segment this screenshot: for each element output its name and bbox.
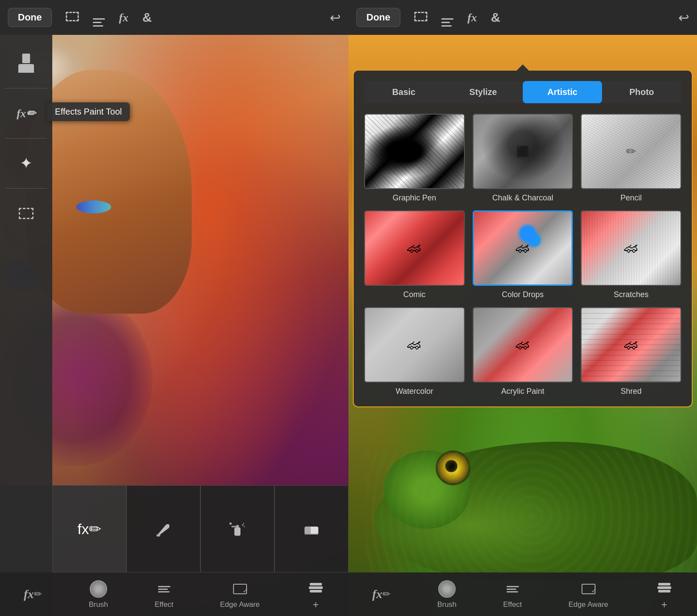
right-bottom-bar-layers[interactable]: + [655,578,674,611]
tab-stylize[interactable]: Stylize [443,81,523,103]
filter-color-drops[interactable]: Color Drops [473,210,573,299]
right-bottom-bar-fx[interactable]: fx✏ [372,585,391,604]
chameleon-scales [366,450,697,581]
bottom-bar-layers[interactable]: + [306,578,325,611]
tab-photo[interactable]: Photo [602,81,681,103]
filter-scratches[interactable]: Scratches [581,210,681,299]
left-bottom-bar: fx✏ Brush Effect [0,572,348,616]
adjustments-icon[interactable] [93,9,105,27]
bottom-tools-right: fx✏ [52,485,348,572]
right-done-button[interactable]: Done [356,8,400,27]
right-effect-lines-icon [503,579,522,599]
right-brush-circle-icon [437,579,457,599]
filter-chalk-charcoal[interactable]: Chalk & Charcoal [473,114,573,203]
left-done-button[interactable]: Done [8,8,52,27]
filter-label-watercolor: Watercolor [396,387,433,396]
selection-icon[interactable] [66,10,79,24]
tool-cell-brush[interactable] [126,485,200,572]
filter-label-acrylic: Acrylic Paint [501,387,544,396]
filter-thumb-acrylic [473,307,573,382]
right-image-area: Basic Stylize Artistic Photo Graphic Pen [348,35,697,616]
filter-thumb-scratches [581,210,681,286]
bottom-bar-brush[interactable]: Brush [89,579,108,609]
filter-graphic-pen[interactable]: Graphic Pen [364,114,465,203]
filter-label-chalk: Chalk & Charcoal [492,193,553,203]
filter-label-graphic-pen: Graphic Pen [392,193,436,203]
right-bottom-bar-effect[interactable]: Effect [503,579,522,609]
right-toolbar: Done fx & ↩ [348,0,697,35]
undo-button[interactable]: ↩ [330,10,341,25]
fx-icon[interactable]: fx [119,10,129,24]
filter-label-color-drops: Color Drops [502,290,544,299]
filter-label-comic: Comic [403,290,426,299]
filter-thumb-color-drops [473,210,573,286]
filter-label-pencil: Pencil [620,193,642,203]
filter-acrylic-paint[interactable]: Acrylic Paint [473,307,573,396]
filter-grid: Graphic Pen Chalk & Charcoal Pencil [364,114,681,396]
effect-lines-icon [155,579,174,599]
magic-wand-tool[interactable]: ✦ [4,144,48,183]
eye-highlight [76,200,111,213]
stamp-tool[interactable] [4,44,48,83]
marquee-tool[interactable] [4,194,48,233]
right-layers-icon [655,578,674,597]
tab-basic[interactable]: Basic [364,81,443,103]
svg-point-4 [230,522,232,525]
filter-thumb-chalk [473,114,573,189]
bottom-tools-panel: fx✏ [0,485,348,572]
left-panel: Done fx & ↩ [0,0,348,616]
svg-rect-3 [231,526,236,528]
right-ampersand-icon[interactable]: & [491,10,501,25]
filter-thumb-shred [581,307,681,382]
right-bottom-bar: fx✏ Brush Effect [348,572,697,616]
left-image-area: fx✏ ✦ Effects Paint Tool [0,35,348,616]
filter-pencil[interactable]: Pencil [581,114,681,203]
bottom-bar-edge-aware[interactable]: Edge Aware [220,579,260,609]
filter-thumb-graphic-pen [364,114,465,189]
svg-rect-9 [305,527,311,535]
filter-thumb-watercolor [364,307,465,382]
filter-shred[interactable]: Shred [581,307,681,396]
fx-brush-tool[interactable]: fx✏ [4,94,48,133]
left-toolbar: Done fx & ↩ [0,0,348,35]
right-edge-aware-icon [579,579,598,599]
right-bottom-bar-brush[interactable]: Brush [437,579,457,609]
right-adjustments-icon[interactable] [441,9,453,27]
right-selection-icon[interactable] [414,10,427,24]
filter-modal: Basic Stylize Artistic Photo Graphic Pen [353,70,693,407]
modal-arrow [517,64,529,71]
svg-rect-0 [156,534,160,536]
filter-watercolor[interactable]: Watercolor [364,307,465,396]
left-sidebar: fx✏ ✦ [0,35,52,616]
right-bottom-bar-edge-aware[interactable]: Edge Aware [568,579,608,609]
tab-artistic[interactable]: Artistic [523,81,602,103]
filter-comic[interactable]: Comic [364,210,465,299]
tool-cell-spray[interactable] [200,485,274,572]
sidebar-divider-2 [5,138,47,139]
svg-point-7 [243,523,244,524]
effects-paint-popup: Effects Paint Tool [47,102,130,121]
tool-cell-fx-brush[interactable]: fx✏ [52,485,126,572]
filter-tabs: Basic Stylize Artistic Photo [364,81,681,103]
brush-circle-icon [89,579,108,599]
filter-label-shred: Shred [621,387,642,396]
layers-icon [306,578,325,597]
color-drops-selection [520,226,535,241]
fx-brush-icon: fx✏ [23,585,42,604]
bottom-bar-effect[interactable]: Effect [155,579,174,609]
right-fx-icon[interactable]: fx [467,10,477,24]
bottom-bar-fx[interactable]: fx✏ [23,585,42,604]
svg-rect-2 [236,525,239,528]
sidebar-divider-3 [5,188,47,189]
ampersand-icon[interactable]: & [142,10,152,25]
right-fx-brush-icon: fx✏ [372,585,391,604]
tool-cell-eraser[interactable] [274,485,348,572]
right-undo-button[interactable]: ↩ [678,10,689,25]
right-panel: Done fx & ↩ [348,0,697,616]
edge-aware-icon [230,579,250,599]
filter-label-scratches: Scratches [614,290,649,299]
filter-thumb-comic [364,210,465,286]
svg-point-5 [242,525,244,526]
filter-thumb-pencil [581,114,681,189]
sidebar-divider-1 [5,88,47,88]
